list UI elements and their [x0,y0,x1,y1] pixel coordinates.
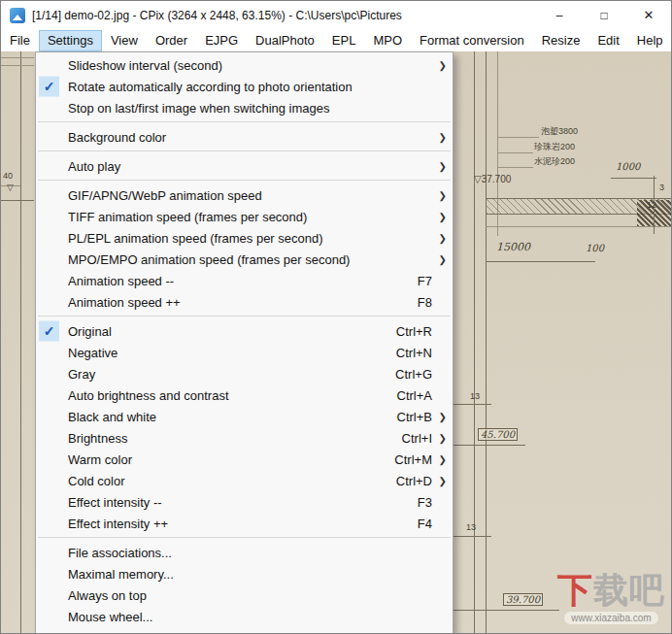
menu-item-rotate-automatically-according-to-photo-orientation[interactable]: ✓Rotate automatically according to photo… [36,76,453,97]
maximize-button[interactable]: □ [582,1,626,30]
menubar-item-epl[interactable]: EPL [323,30,365,51]
menu-item-negative[interactable]: NegativeCtrl+N [36,342,453,363]
submenu-arrow-icon: ❯ [432,60,447,71]
menu-item-warm-color[interactable]: Warm colorCtrl+M❯ [36,449,453,470]
menu-item-brightness[interactable]: BrightnessCtrl+I❯ [36,427,453,449]
menubar-item-file[interactable]: File [1,30,39,51]
menubar-item-view[interactable]: View [102,30,147,51]
menu-item-label: GIF/APNG/WebP animation speed [68,188,415,203]
menu-item-label: PL/EPL animation speed (frames per secon… [68,231,415,246]
window-title: [1/14] demo-02.jpg - CPix (3264 x 2448, … [32,9,537,22]
drawing-annotation: 泡塑3800 [541,127,578,137]
menubar-item-format-conversion[interactable]: Format conversion [411,30,533,51]
menu-item-label: Warm color [68,452,377,467]
menu-item-animation-speed[interactable]: Animation speed ++F8 [36,291,453,313]
menu-item-auto-play[interactable]: Auto play❯ [36,155,453,177]
menu-item-always-on-top[interactable]: Always on top [36,584,453,606]
menu-item-shortcut: F3 [418,495,432,510]
menu-item-shortcut: Ctrl+M [394,452,432,467]
submenu-arrow-icon: ❯ [432,476,447,486]
menubar-item-mpo[interactable]: MPO [364,30,411,51]
menu-item-shortcut: F8 [418,295,432,310]
submenu-arrow-icon: ❯ [432,254,447,265]
drawing-line [1,65,34,66]
menu-item-label: Original [68,324,379,339]
menubar-item-settings[interactable]: Settings [39,30,102,51]
drawing-annotation: 珍珠岩200 [534,143,575,152]
menu-item-label: Background color [68,130,415,145]
drawing-annotation: 12 [647,201,656,211]
menu-item-shortcut: Ctrl+B [397,410,432,424]
drawing-annotation: 13 [470,392,480,402]
menu-item-auto-brightness-and-contrast[interactable]: Auto brightness and contrastCtrl+A [36,384,453,406]
menu-item-tiff-animation-speed-frames-per-second[interactable]: TIFF animation speed (frames per second)… [36,206,453,227]
settings-menu: Slideshow interval (second)❯✓Rotate auto… [35,51,454,633]
menu-separator [38,537,451,538]
drawing-annotation: ▽ [7,184,14,193]
menu-separator [38,121,451,122]
minimize-button[interactable]: – [537,1,582,30]
menu-item-shortcut: Ctrl+G [395,367,432,382]
menu-item-shortcut: F7 [418,274,432,288]
drawing-line [486,226,671,227]
menu-item-cold-color[interactable]: Cold colorCtrl+D❯ [36,470,453,491]
menubar-item-dualphoto[interactable]: DualPhoto [247,30,323,51]
menu-item-mouse-wheel[interactable]: Mouse wheel... [36,606,453,627]
menu-item-gif-apng-webp-animation-speed[interactable]: GIF/APNG/WebP animation speed❯ [36,184,453,206]
menu-item-mpo-empo-animation-speed-frames-per-second[interactable]: MPO/EMPO animation speed (frames per sec… [36,249,453,270]
menu-item-label: TIFF animation speed (frames per second) [68,210,415,224]
submenu-arrow-icon: ❯ [432,132,447,143]
close-button[interactable]: ✕ [626,1,671,30]
menu-item-pl-epl-animation-speed-frames-per-second[interactable]: PL/EPL animation speed (frames per secon… [36,227,453,249]
menu-item-original[interactable]: ✓OriginalCtrl+R [36,320,453,342]
menu-item-effect-intensity[interactable]: Effect intensity ++F4 [36,513,453,534]
menu-item-label: Auto play [68,159,415,174]
menubar-item-resize[interactable]: Resize [533,30,589,51]
menu-item-label: Slideshow interval (second) [68,58,415,73]
menu-item-label: Black and white [68,410,380,424]
menu-item-slideshow-interval-second[interactable]: Slideshow interval (second)❯ [36,54,453,76]
menu-item-label: Rotate automatically according to photo … [68,80,415,94]
menu-item-label: Effect intensity ++ [68,517,400,531]
menu-item-animation-speed[interactable]: Animation speed --F7 [36,270,453,291]
menu-item-shortcut: Ctrl+A [397,388,432,403]
submenu-arrow-icon: ❯ [432,161,447,172]
menu-item-gray[interactable]: GrayCtrl+G [36,363,453,384]
menu-item-label: Stop on last/first image when switching … [68,101,415,116]
menu-item-effect-intensity[interactable]: Effect intensity --F3 [36,491,453,513]
submenu-arrow-icon: ❯ [432,212,447,222]
drawing-leader-line [498,137,539,138]
menubar-item-edit[interactable]: Edit [588,30,627,51]
drawing-line [486,51,487,633]
titlebar: [1/14] demo-02.jpg - CPix (3264 x 2448, … [1,1,671,30]
menubar-item-help[interactable]: Help [628,30,672,51]
drawing-line [448,404,491,405]
submenu-arrow-icon: ❯ [432,190,447,201]
drawing-line [20,51,21,633]
checkmark-icon: ✓ [39,77,59,97]
menubar-item-ejpg[interactable]: EJPG [196,30,247,51]
drawing-line [448,536,491,537]
menu-separator [38,316,451,317]
menu-item-stop-on-last-first-image-when-switching-images[interactable]: Stop on last/first image when switching … [36,97,453,118]
drawing-annotation: 水泥珍200 [534,157,575,167]
submenu-arrow-icon: ❯ [432,412,447,422]
watermark-logo: 下载吧 [557,573,665,608]
menu-separator [38,150,451,151]
menu-item-file-associations[interactable]: File associations... [36,542,453,563]
drawing-leader-line [498,167,533,168]
menu-item-label: Maximal memory... [68,567,415,582]
menubar: FileSettingsViewOrderEJPGDualPhotoEPLMPO… [1,30,671,51]
menu-item-background-color[interactable]: Background color❯ [36,126,453,148]
drawing-annotation: 39.700 [503,593,543,606]
drawing-annotation: 100 [586,243,604,253]
menu-item-label: Effect intensity -- [68,495,400,510]
menu-item-maximal-memory[interactable]: Maximal memory... [36,563,453,584]
menu-item-label: Always on top [68,588,415,603]
menu-item-shortcut: Ctrl+N [396,346,432,360]
menu-item-black-and-white[interactable]: Black and whiteCtrl+B❯ [36,406,453,427]
drawing-dimension-line [611,178,656,179]
checkmark-icon: ✓ [39,321,59,342]
menubar-item-order[interactable]: Order [147,30,196,51]
menu-item-shortcut: Ctrl+D [396,474,432,488]
